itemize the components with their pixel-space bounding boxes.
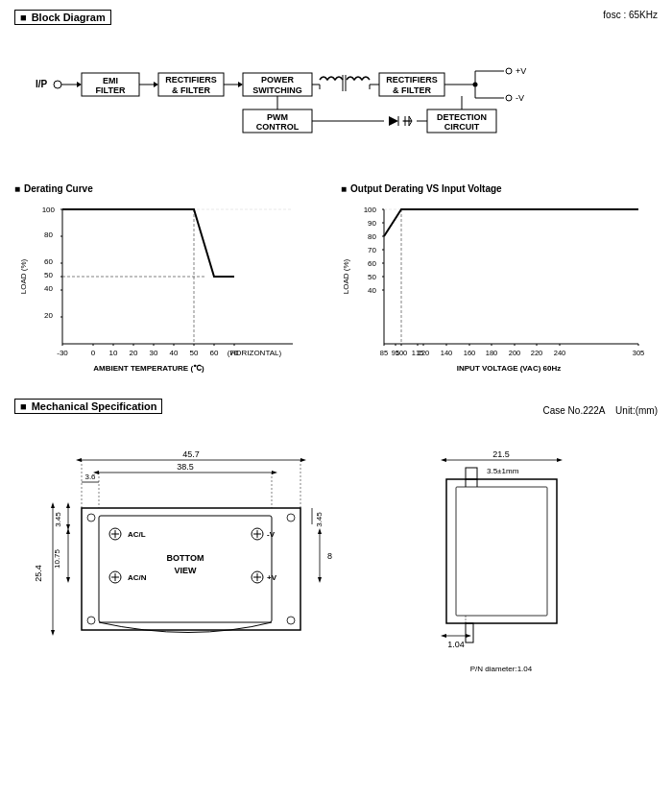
y-40: 40 <box>44 284 53 293</box>
mechanical-section: Mechanical Specification Case No.222A Un… <box>14 399 658 702</box>
dim-104-label: 1.04 <box>447 640 465 649</box>
dim-1075-arrow-top <box>66 528 70 534</box>
bottom-view-line2: VIEW <box>174 566 197 575</box>
mech-right-diagram: 21.5 3.5±1mm 1.04 <box>408 431 658 702</box>
dim-top-arrow-right <box>300 458 306 462</box>
x-40: 40 <box>170 349 179 357</box>
dim-45-7: 45.7 <box>182 449 200 459</box>
dim-8-label: 8 <box>327 551 332 561</box>
dim-215-arrow-left <box>441 458 446 462</box>
dim-215-arrow-right <box>557 458 563 462</box>
x2-160: 160 <box>464 349 476 357</box>
dim-38-5: 38.5 <box>177 462 194 472</box>
rect2-line1: RECTIFIERS <box>386 75 438 85</box>
bottom-curve <box>99 622 272 633</box>
x-0: 0 <box>91 349 96 357</box>
x-20: 20 <box>130 349 138 357</box>
acn-label: AC/N <box>128 573 147 582</box>
y-80: 80 <box>44 230 53 239</box>
fosc-label: fosc : 65KHz <box>603 10 658 20</box>
dim-254-label: 25.4 <box>34 565 43 582</box>
detect-line2: CIRCUIT <box>444 122 480 132</box>
y-axis-label: LOAD (%) <box>19 258 28 294</box>
y-20: 20 <box>44 311 53 320</box>
rect2-line2: & FILTER <box>393 85 431 95</box>
case-info: Case No.222A Unit:(mm) <box>542 405 658 416</box>
x2-240: 240 <box>554 349 566 357</box>
coil-right <box>347 77 370 80</box>
dim-345-left-label: 3.45 <box>54 512 62 527</box>
dim-215-label: 21.5 <box>492 449 510 459</box>
curves-section: Derating Curve LOAD (%) 100 80 60 50 40 <box>14 183 658 379</box>
block-diagram-section: Block Diagram fosc : 65KHz I/P EMI FILTE… <box>14 10 658 164</box>
y2-50: 50 <box>368 273 376 281</box>
dim-254-arrow-top <box>51 502 55 508</box>
bottom-pin-rect <box>466 623 473 642</box>
power-line1: POWER <box>261 75 295 85</box>
side-body-rect <box>446 479 557 623</box>
x-30: 30 <box>150 349 158 357</box>
arrow-ip-emi <box>77 82 82 87</box>
top-pin-rect <box>466 468 477 479</box>
dim-1075-arrow-bot <box>66 577 70 583</box>
mount-bl <box>87 617 95 624</box>
y2-80: 80 <box>368 232 376 241</box>
dim-inner-arrow-right <box>272 471 277 474</box>
x2-85: 85 <box>380 349 388 357</box>
mech-right-svg: 21.5 3.5±1mm 1.04 <box>408 431 600 700</box>
rect1-line2: & FILTER <box>172 85 210 95</box>
derating-curve-line <box>62 209 234 277</box>
mechanical-diagrams: 45.7 38.5 3.6 <box>14 431 658 702</box>
x2-220: 220 <box>531 349 543 357</box>
vplus-circle <box>506 68 512 74</box>
top-pin-label: 3.5±1mm <box>487 467 519 475</box>
coil-left <box>320 77 343 80</box>
dim-8-arrow-bot <box>318 577 322 583</box>
x-axis-label: AMBIENT TEMPERATURE (℃) <box>93 364 204 373</box>
mount-tr <box>287 514 295 521</box>
detect-line1: DETECTION <box>437 112 487 122</box>
output-derating-curve-line <box>384 209 638 236</box>
ip-circle <box>54 81 61 88</box>
y2-90: 90 <box>368 219 376 228</box>
y-axis-label2: LOAD (%) <box>342 258 350 294</box>
dim-345-right-label: 3.45 <box>315 512 324 527</box>
pwm-line1: PWM <box>267 112 288 122</box>
diode-triangle <box>389 116 398 126</box>
ip-text: I/P <box>36 79 48 89</box>
block-diagram-header-row: Block Diagram fosc : 65KHz <box>14 10 658 33</box>
side-inner-rect <box>456 487 547 616</box>
emi-line2: FILTER <box>96 85 126 95</box>
dim-104-arrow-r <box>466 634 471 638</box>
vminus-circle <box>506 95 512 101</box>
emi-line1: EMI <box>103 76 118 85</box>
output-derating-title: Output Derating VS Input Voltage <box>341 183 658 194</box>
x2-100: 100 <box>396 349 408 357</box>
y2-60: 60 <box>368 259 376 268</box>
x--30: -30 <box>57 349 68 357</box>
y-50: 50 <box>44 271 53 279</box>
case-number: Case No.222A <box>542 405 605 416</box>
dim-254-arrow-bot <box>51 630 55 636</box>
arrow-rect1-power <box>238 82 243 87</box>
dim-top-arrow-left <box>76 458 82 462</box>
x-horizontal: (HORIZONTAL) <box>228 349 282 357</box>
derating-curve-title: Derating Curve <box>14 183 322 194</box>
block-diagram-title: Block Diagram <box>14 10 111 25</box>
x2-305: 305 <box>633 349 645 357</box>
vp-label: +V <box>267 573 277 582</box>
mount-br <box>287 617 295 624</box>
mechanical-title: Mechanical Specification <box>14 399 162 414</box>
bottom-view-line1: BOTTOM <box>167 553 204 563</box>
derating-curve-svg: LOAD (%) 100 80 60 50 40 20 -30 0 10 20 <box>14 200 312 377</box>
dim-104-arrow-l <box>441 634 446 638</box>
x2-200: 200 <box>509 349 521 357</box>
unit-label: Unit:(mm) <box>615 405 658 416</box>
pn-diameter-label: P/N diameter:1.04 <box>470 665 533 673</box>
dim-3-6: 3.6 <box>84 473 96 481</box>
x-axis-label2: INPUT VOLTAGE (VAC) 60Hz <box>457 364 561 373</box>
power-line2: SWITCHING <box>252 85 302 95</box>
x2-140: 140 <box>441 349 453 357</box>
x-60: 60 <box>210 349 219 357</box>
arrow-emi-rect1 <box>154 82 158 87</box>
